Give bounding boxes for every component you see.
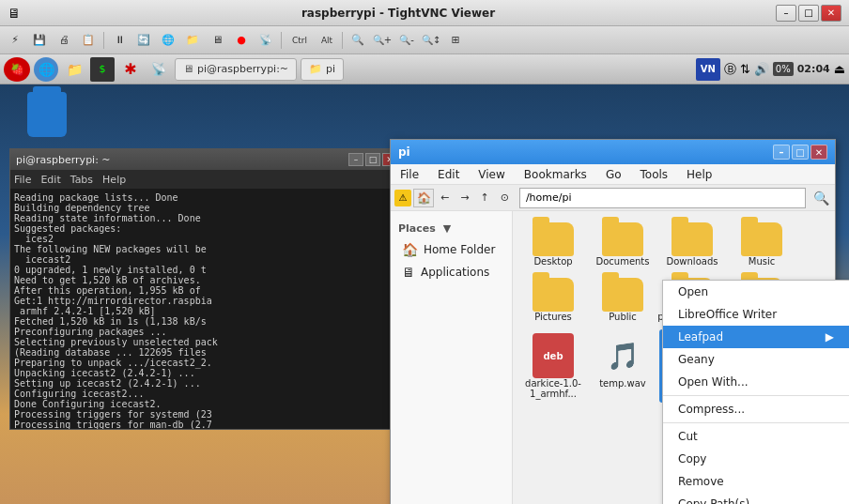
vnc-tray-icon[interactable]: VN xyxy=(696,58,720,81)
toolbar-fullscreen[interactable]: ⊞ xyxy=(444,30,467,51)
fm-search-icon[interactable]: 🔍 xyxy=(811,189,831,207)
toolbar-zoom-in[interactable]: 🔍+ xyxy=(371,30,394,51)
fm-minimize[interactable]: – xyxy=(773,145,790,160)
fm-sidebar: Places ▼ 🏠 Home Folder 🖥 Applications xyxy=(391,211,513,504)
toolbar-clipboard[interactable]: 📋 xyxy=(77,30,100,51)
fm-titlebar: pi – □ ✕ xyxy=(391,140,835,164)
fm-menu-bookmarks[interactable]: Bookmarks xyxy=(518,166,593,183)
file-public[interactable]: Public xyxy=(590,274,656,326)
ctx-copy[interactable]: Copy xyxy=(663,448,849,470)
folder-icon-documents xyxy=(602,222,643,256)
term-line: Building dependency tree xyxy=(14,203,399,213)
places-toggle[interactable]: ▼ xyxy=(443,222,451,235)
terminal-tab[interactable]: 🖥 pi@raspberrypi:~ xyxy=(175,58,297,81)
raspberry-btn[interactable]: 🍓 xyxy=(4,57,30,82)
toolbar-zoom-out[interactable]: 🔍- xyxy=(395,30,418,51)
vnc-taskbar: 🍓 🌐 📁 $ ✱ 📡 🖥 pi@raspberrypi:~ 📁 pi VN Ⓑ… xyxy=(0,54,849,84)
volume-icon: 🔊 xyxy=(754,62,769,76)
ctx-open[interactable]: Open xyxy=(663,281,849,303)
toolbar-sep2 xyxy=(281,32,282,49)
ctx-geany[interactable]: Geany xyxy=(663,348,849,371)
ctx-leafpad[interactable]: Leafpad ▶ xyxy=(663,326,849,348)
fm-menu-tools[interactable]: Tools xyxy=(635,166,674,183)
ctx-libreoffice-label: LibreOffice Writer xyxy=(678,308,777,321)
terminal-minimize[interactable]: – xyxy=(348,153,363,166)
fm-menu-view[interactable]: View xyxy=(472,166,510,183)
toolbar-zoom-fit[interactable]: 🔍↕ xyxy=(420,30,442,51)
toolbar-icon1[interactable]: ⚡ xyxy=(4,30,26,51)
fm-close[interactable]: ✕ xyxy=(810,145,827,160)
battery-indicator: 0% xyxy=(773,62,794,76)
asterisk-btn[interactable]: ✱ xyxy=(118,57,143,82)
terminal-btn[interactable]: $ xyxy=(90,57,115,82)
apps-icon: 🖥 xyxy=(402,265,415,280)
sidebar-home-folder[interactable]: 🏠 Home Folder xyxy=(391,238,512,261)
toolbar-save[interactable]: 💾 xyxy=(28,30,51,51)
terminal-menu-edit[interactable]: Edit xyxy=(40,174,60,186)
pi-tab[interactable]: 📁 pi xyxy=(301,58,344,81)
minimize-button[interactable]: – xyxy=(776,5,796,22)
ctx-open-with[interactable]: Open With... xyxy=(663,371,849,393)
term-line: Unpacking icecast2 (2.4.2-1) ... xyxy=(14,368,399,378)
close-button[interactable]: ✕ xyxy=(821,5,841,22)
maximize-button[interactable]: □ xyxy=(798,5,819,22)
toolbar-globe[interactable]: 🌐 xyxy=(157,30,179,51)
fm-maximize[interactable]: □ xyxy=(792,145,809,160)
file-darkice-deb[interactable]: deb darkice-1.0-1_armhf... xyxy=(520,329,586,403)
toolbar-stop[interactable]: ● xyxy=(230,30,253,51)
fm-home-btn[interactable]: 🏠 xyxy=(413,189,434,207)
terminal-maximize[interactable]: □ xyxy=(365,153,380,166)
fm-address-bar[interactable]: /home/pi xyxy=(519,188,806,208)
toolbar-monitor[interactable]: 🖥 xyxy=(206,30,228,51)
folder-icon-pictures xyxy=(533,278,574,312)
toolbar-refresh[interactable]: 🔄 xyxy=(132,30,155,51)
ctx-remove[interactable]: Remove xyxy=(663,470,849,493)
ctx-libreoffice[interactable]: LibreOffice Writer xyxy=(663,303,849,326)
term-line: Preconfiguring packages ... xyxy=(14,327,399,337)
term-line: Get:1 http://mirrordirector.raspbia xyxy=(14,296,399,306)
fm-reload-btn[interactable]: ⊙ xyxy=(496,188,514,208)
ctx-leafpad-label: Leafpad xyxy=(678,330,723,344)
terminal-menu-help[interactable]: Help xyxy=(102,174,126,186)
file-downloads[interactable]: Downloads xyxy=(659,219,725,270)
fm-menu-edit[interactable]: Edit xyxy=(432,166,465,183)
sidebar-applications[interactable]: 🖥 Applications xyxy=(391,261,512,283)
file-label-documents: Documents xyxy=(595,256,649,267)
toolbar-search[interactable]: 🔍 xyxy=(347,30,369,51)
fm-up-btn[interactable]: ↑ xyxy=(475,188,493,208)
toolbar-print[interactable]: 🖨 xyxy=(53,30,75,51)
ctx-compress[interactable]: Compress... xyxy=(663,398,849,420)
file-tempwav[interactable]: 🎵 temp.wav xyxy=(590,329,656,403)
vnc-icon[interactable]: 📡 xyxy=(147,57,171,82)
file-documents[interactable]: Documents xyxy=(590,219,656,270)
trash-can xyxy=(27,92,67,137)
toolbar-folder[interactable]: 📁 xyxy=(181,30,204,51)
terminal-menu-tabs[interactable]: Tabs xyxy=(70,174,93,186)
term-line: Selecting previously unselected pack xyxy=(14,337,399,347)
trash-icon-desktop[interactable] xyxy=(19,92,75,137)
ctx-copy-path[interactable]: Copy Path(s) xyxy=(663,493,849,504)
places-text: Places xyxy=(398,222,436,235)
folder-btn[interactable]: 📁 xyxy=(62,57,86,82)
file-pictures[interactable]: Pictures xyxy=(520,274,586,326)
globe-btn[interactable]: 🌐 xyxy=(34,57,58,82)
file-music[interactable]: Music xyxy=(729,219,795,270)
fm-menu-help[interactable]: Help xyxy=(681,166,718,183)
terminal-menu-file[interactable]: File xyxy=(14,174,31,186)
file-desktop[interactable]: Desktop xyxy=(520,219,586,270)
toolbar-ctrl[interactable]: Ctrl xyxy=(286,30,314,51)
fm-forward-btn[interactable]: → xyxy=(455,188,473,208)
ctx-cut[interactable]: Cut xyxy=(663,425,849,448)
fm-menu-go[interactable]: Go xyxy=(600,166,627,183)
fm-titlebar-controls: – □ ✕ xyxy=(773,145,827,160)
window-title: raspberrypi - TightVNC Viewer xyxy=(21,7,776,20)
toolbar-alt[interactable]: Alt xyxy=(316,30,338,51)
ctx-copy-path-label: Copy Path(s) xyxy=(678,497,749,504)
term-line: (Reading database ... 122695 files xyxy=(14,347,399,358)
fm-back-btn[interactable]: ← xyxy=(436,188,454,208)
toolbar-antenna[interactable]: 📡 xyxy=(255,30,277,51)
toolbar-pause[interactable]: ⏸ xyxy=(108,30,131,51)
file-label-music: Music xyxy=(749,256,775,267)
terminal-titlebar: pi@raspberrypi: ~ – □ ✕ xyxy=(10,149,403,170)
fm-menu-file[interactable]: File xyxy=(394,166,424,183)
